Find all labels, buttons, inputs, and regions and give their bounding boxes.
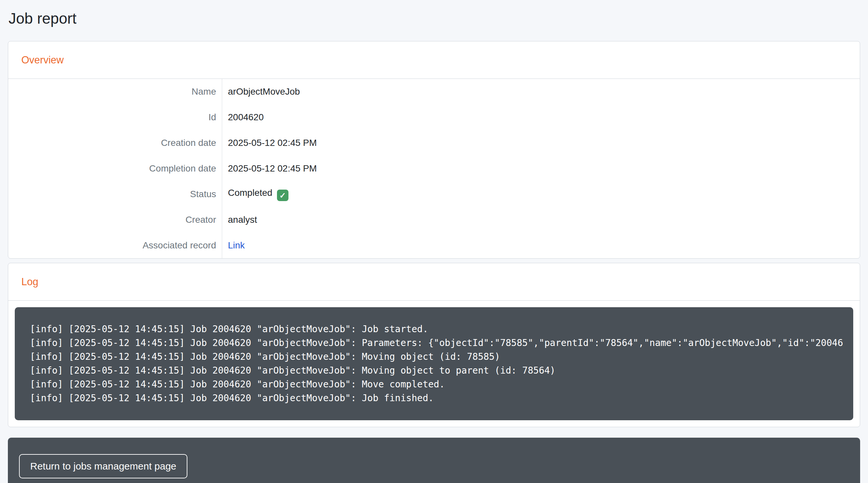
row-label: Completion date xyxy=(8,156,222,181)
check-icon: ✓ xyxy=(277,190,288,201)
overview-section-header: Overview xyxy=(8,41,860,79)
row-value: Completed✓ xyxy=(222,181,860,207)
log-output: [info] [2025-05-12 14:45:15] Job 2004620… xyxy=(15,307,853,420)
overview-row: Associated record Link xyxy=(8,233,860,258)
log-body: [info] [2025-05-12 14:45:15] Job 2004620… xyxy=(8,301,860,427)
associated-record-link[interactable]: Link xyxy=(228,240,245,250)
footer-bar: Return to jobs management page xyxy=(8,438,860,483)
overview-row: Name arObjectMoveJob xyxy=(8,79,860,105)
overview-row: Completion date 2025-05-12 02:45 PM xyxy=(8,156,860,181)
row-label: Status xyxy=(8,181,222,207)
page-title: Job report xyxy=(8,7,860,30)
row-label: Id xyxy=(8,105,222,130)
overview-card: Overview Name arObjectMoveJob Id 2004620… xyxy=(8,41,860,259)
row-value: 2004620 xyxy=(222,105,860,130)
row-label: Creator xyxy=(8,207,222,233)
overview-table: Name arObjectMoveJob Id 2004620 Creation… xyxy=(8,79,860,258)
row-value: arObjectMoveJob xyxy=(222,79,860,105)
row-value-text: arObjectMoveJob xyxy=(228,86,300,96)
row-value: Link xyxy=(222,233,860,258)
row-value-text: 2025-05-12 02:45 PM xyxy=(228,138,317,148)
row-label: Creation date xyxy=(8,130,222,156)
row-value: 2025-05-12 02:45 PM xyxy=(222,130,860,156)
log-card: Log [info] [2025-05-12 14:45:15] Job 200… xyxy=(8,263,860,427)
overview-row: Creation date 2025-05-12 02:45 PM xyxy=(8,130,860,156)
row-label: Associated record xyxy=(8,233,222,258)
row-value: 2025-05-12 02:45 PM xyxy=(222,156,860,181)
row-value-text: 2004620 xyxy=(228,112,264,122)
overview-row: Status Completed✓ xyxy=(8,181,860,207)
row-value-text: analyst xyxy=(228,215,257,225)
overview-row: Creator analyst xyxy=(8,207,860,233)
row-value-text: 2025-05-12 02:45 PM xyxy=(228,163,317,173)
row-value: analyst xyxy=(222,207,860,233)
row-value-text: Completed xyxy=(228,188,272,198)
log-section-header: Log xyxy=(8,263,860,301)
return-to-jobs-button[interactable]: Return to jobs management page xyxy=(19,454,187,478)
overview-row: Id 2004620 xyxy=(8,105,860,130)
row-label: Name xyxy=(8,79,222,105)
